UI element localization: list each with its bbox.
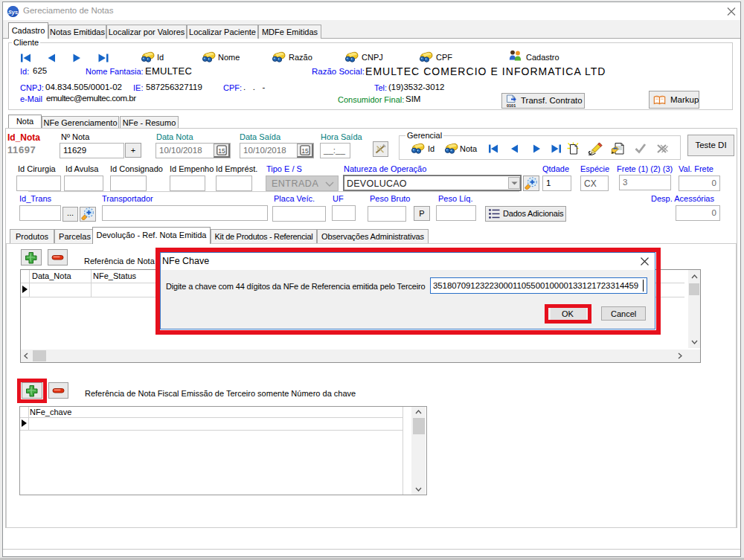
- svg-text:0101: 0101: [507, 103, 516, 108]
- svg-text:Sys: Sys: [8, 9, 18, 16]
